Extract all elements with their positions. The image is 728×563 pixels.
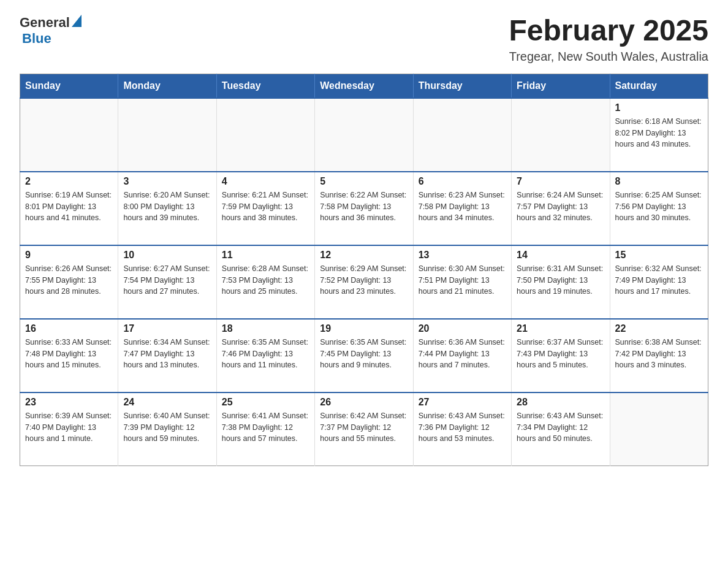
day-number: 19	[320, 323, 408, 334]
day-number: 2	[25, 176, 113, 187]
calendar-day-cell: 7Sunrise: 6:24 AM Sunset: 7:57 PM Daylig…	[512, 172, 610, 245]
calendar-day-cell: 6Sunrise: 6:23 AM Sunset: 7:58 PM Daylig…	[413, 172, 511, 245]
day-number: 15	[615, 250, 703, 261]
day-info: Sunrise: 6:27 AM Sunset: 7:54 PM Dayligh…	[123, 263, 211, 297]
calendar-title: February 2025	[509, 15, 708, 47]
calendar-day-cell: 1Sunrise: 6:18 AM Sunset: 8:02 PM Daylig…	[610, 98, 708, 172]
calendar-body: 1Sunrise: 6:18 AM Sunset: 8:02 PM Daylig…	[20, 98, 708, 466]
day-number: 7	[517, 176, 604, 187]
logo-blue-text: Blue	[22, 31, 51, 46]
day-number: 8	[615, 176, 703, 187]
day-info: Sunrise: 6:22 AM Sunset: 7:58 PM Dayligh…	[320, 190, 408, 224]
day-number: 10	[123, 250, 211, 261]
day-number: 9	[25, 250, 113, 261]
calendar-day-cell: 24Sunrise: 6:40 AM Sunset: 7:39 PM Dayli…	[118, 393, 216, 466]
day-info: Sunrise: 6:37 AM Sunset: 7:43 PM Dayligh…	[517, 337, 604, 371]
day-info: Sunrise: 6:24 AM Sunset: 7:57 PM Dayligh…	[517, 190, 604, 224]
day-number: 4	[222, 176, 309, 187]
day-number: 3	[123, 176, 211, 187]
day-info: Sunrise: 6:40 AM Sunset: 7:39 PM Dayligh…	[123, 410, 211, 445]
day-info: Sunrise: 6:35 AM Sunset: 7:45 PM Dayligh…	[320, 337, 408, 371]
day-number: 20	[419, 323, 506, 334]
logo-triangle-icon	[72, 15, 82, 27]
logo-general-text: General	[20, 15, 70, 31]
calendar-day-header: Sunday	[20, 74, 118, 98]
calendar-day-cell	[315, 98, 413, 172]
calendar-day-cell: 10Sunrise: 6:27 AM Sunset: 7:54 PM Dayli…	[118, 245, 216, 319]
logo: General Blue	[20, 15, 82, 47]
calendar-week-row: 23Sunrise: 6:39 AM Sunset: 7:40 PM Dayli…	[20, 393, 708, 466]
calendar-day-cell: 11Sunrise: 6:28 AM Sunset: 7:53 PM Dayli…	[216, 245, 314, 319]
calendar-day-cell: 8Sunrise: 6:25 AM Sunset: 7:56 PM Daylig…	[610, 172, 708, 245]
day-info: Sunrise: 6:34 AM Sunset: 7:47 PM Dayligh…	[123, 337, 211, 371]
calendar-table: SundayMondayTuesdayWednesdayThursdayFrid…	[20, 74, 708, 467]
day-number: 11	[222, 250, 309, 261]
day-info: Sunrise: 6:31 AM Sunset: 7:50 PM Dayligh…	[517, 263, 604, 297]
calendar-day-cell: 19Sunrise: 6:35 AM Sunset: 7:45 PM Dayli…	[315, 319, 413, 393]
day-number: 14	[517, 250, 604, 261]
calendar-day-header: Friday	[512, 74, 610, 98]
calendar-day-header: Wednesday	[315, 74, 413, 98]
calendar-header-row: SundayMondayTuesdayWednesdayThursdayFrid…	[20, 74, 708, 98]
day-number: 17	[123, 323, 211, 334]
day-info: Sunrise: 6:21 AM Sunset: 7:59 PM Dayligh…	[222, 190, 309, 224]
calendar-day-cell: 28Sunrise: 6:43 AM Sunset: 7:34 PM Dayli…	[512, 393, 610, 466]
day-number: 16	[25, 323, 113, 334]
calendar-day-cell: 13Sunrise: 6:30 AM Sunset: 7:51 PM Dayli…	[413, 245, 511, 319]
day-number: 28	[517, 397, 604, 408]
calendar-subtitle: Tregear, New South Wales, Australia	[509, 50, 708, 64]
day-number: 21	[517, 323, 604, 334]
day-info: Sunrise: 6:30 AM Sunset: 7:51 PM Dayligh…	[419, 263, 506, 297]
day-info: Sunrise: 6:32 AM Sunset: 7:49 PM Dayligh…	[615, 263, 703, 297]
calendar-day-cell	[118, 98, 216, 172]
calendar-week-row: 1Sunrise: 6:18 AM Sunset: 8:02 PM Daylig…	[20, 98, 708, 172]
calendar-day-cell: 3Sunrise: 6:20 AM Sunset: 8:00 PM Daylig…	[118, 172, 216, 245]
day-info: Sunrise: 6:36 AM Sunset: 7:44 PM Dayligh…	[419, 337, 506, 371]
calendar-day-cell: 17Sunrise: 6:34 AM Sunset: 7:47 PM Dayli…	[118, 319, 216, 393]
calendar-week-row: 16Sunrise: 6:33 AM Sunset: 7:48 PM Dayli…	[20, 319, 708, 393]
day-number: 6	[419, 176, 506, 187]
calendar-day-cell: 18Sunrise: 6:35 AM Sunset: 7:46 PM Dayli…	[216, 319, 314, 393]
day-number: 27	[419, 397, 506, 408]
calendar-day-cell: 16Sunrise: 6:33 AM Sunset: 7:48 PM Dayli…	[20, 319, 118, 393]
day-number: 5	[320, 176, 408, 187]
day-number: 23	[25, 397, 113, 408]
day-number: 18	[222, 323, 309, 334]
day-number: 12	[320, 250, 408, 261]
calendar-day-cell	[610, 393, 708, 466]
calendar-day-header: Thursday	[413, 74, 511, 98]
day-info: Sunrise: 6:26 AM Sunset: 7:55 PM Dayligh…	[25, 263, 113, 297]
calendar-day-cell: 26Sunrise: 6:42 AM Sunset: 7:37 PM Dayli…	[315, 393, 413, 466]
title-block: February 2025 Tregear, New South Wales, …	[509, 15, 708, 64]
day-number: 24	[123, 397, 211, 408]
calendar-day-cell: 12Sunrise: 6:29 AM Sunset: 7:52 PM Dayli…	[315, 245, 413, 319]
calendar-day-cell: 5Sunrise: 6:22 AM Sunset: 7:58 PM Daylig…	[315, 172, 413, 245]
day-info: Sunrise: 6:20 AM Sunset: 8:00 PM Dayligh…	[123, 190, 211, 224]
calendar-day-cell	[216, 98, 314, 172]
calendar-header: SundayMondayTuesdayWednesdayThursdayFrid…	[20, 74, 708, 98]
day-info: Sunrise: 6:42 AM Sunset: 7:37 PM Dayligh…	[320, 410, 408, 445]
calendar-day-cell	[20, 98, 118, 172]
day-info: Sunrise: 6:23 AM Sunset: 7:58 PM Dayligh…	[419, 190, 506, 224]
calendar-day-cell: 4Sunrise: 6:21 AM Sunset: 7:59 PM Daylig…	[216, 172, 314, 245]
calendar-day-cell: 21Sunrise: 6:37 AM Sunset: 7:43 PM Dayli…	[512, 319, 610, 393]
day-info: Sunrise: 6:41 AM Sunset: 7:38 PM Dayligh…	[222, 410, 309, 445]
day-info: Sunrise: 6:18 AM Sunset: 8:02 PM Dayligh…	[615, 116, 703, 150]
day-number: 26	[320, 397, 408, 408]
calendar-day-cell: 27Sunrise: 6:43 AM Sunset: 7:36 PM Dayli…	[413, 393, 511, 466]
calendar-day-cell: 2Sunrise: 6:19 AM Sunset: 8:01 PM Daylig…	[20, 172, 118, 245]
day-info: Sunrise: 6:33 AM Sunset: 7:48 PM Dayligh…	[25, 337, 113, 371]
day-number: 25	[222, 397, 309, 408]
day-info: Sunrise: 6:29 AM Sunset: 7:52 PM Dayligh…	[320, 263, 408, 297]
day-info: Sunrise: 6:19 AM Sunset: 8:01 PM Dayligh…	[25, 190, 113, 224]
day-info: Sunrise: 6:28 AM Sunset: 7:53 PM Dayligh…	[222, 263, 309, 297]
day-info: Sunrise: 6:43 AM Sunset: 7:34 PM Dayligh…	[517, 410, 604, 445]
day-number: 22	[615, 323, 703, 334]
calendar-day-cell: 22Sunrise: 6:38 AM Sunset: 7:42 PM Dayli…	[610, 319, 708, 393]
calendar-day-cell: 25Sunrise: 6:41 AM Sunset: 7:38 PM Dayli…	[216, 393, 314, 466]
day-info: Sunrise: 6:39 AM Sunset: 7:40 PM Dayligh…	[25, 410, 113, 445]
day-info: Sunrise: 6:38 AM Sunset: 7:42 PM Dayligh…	[615, 337, 703, 371]
day-info: Sunrise: 6:25 AM Sunset: 7:56 PM Dayligh…	[615, 190, 703, 224]
page-header: General Blue February 2025 Tregear, New …	[20, 15, 708, 64]
calendar-day-cell: 23Sunrise: 6:39 AM Sunset: 7:40 PM Dayli…	[20, 393, 118, 466]
